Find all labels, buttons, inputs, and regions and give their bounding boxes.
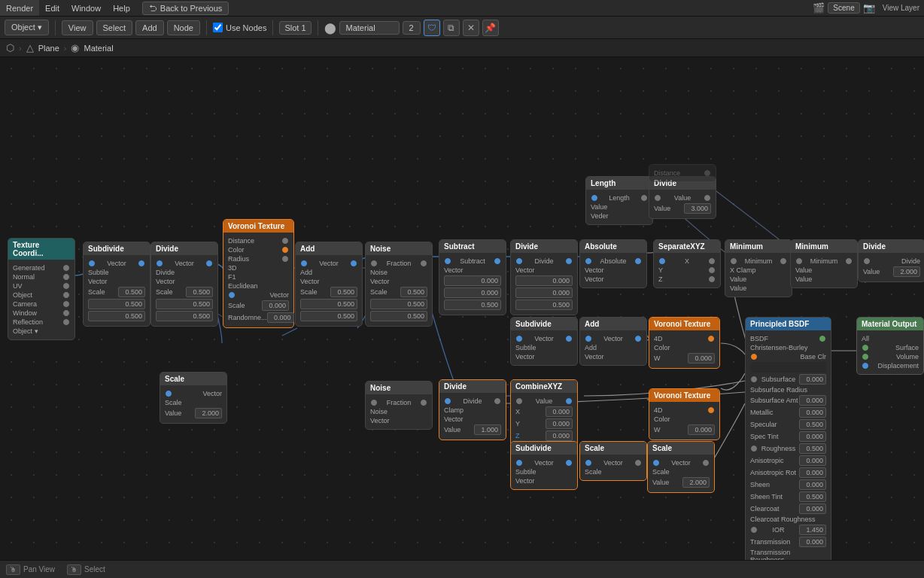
node-row: W0.000 [654,424,715,435]
node-subdivide-3[interactable]: Subdivide Vector Subtile Vector [510,441,578,490]
view-menu[interactable]: View [62,20,93,35]
node-row: Anisotropic Rot0.000 [750,467,826,478]
node-row: Subtract [444,257,501,265]
socket-in [655,195,661,201]
node-principled-bsdf[interactable]: Principled BSDF BSDF Christensen-Burley … [745,317,831,560]
material-delete-icon[interactable]: ✕ [463,20,479,36]
scene-select[interactable]: Scene [828,2,859,14]
node-add-2[interactable]: Add Vector Add Vector [579,317,647,366]
node-scale-2[interactable]: Scale Vector Scale [579,441,647,481]
node-scale-1[interactable]: Scale Vector Scale Value2.000 [160,372,227,424]
node-noise-2[interactable]: Noise Fraction Noise Vector [365,381,433,430]
socket [282,238,288,244]
node-combine-xyz[interactable]: CombineXYZ Value X0.000 Y0.000 Z0.000 [510,379,578,446]
node-body: Vector Scale Value2.000 [648,455,714,492]
back-icon: ⮌ [149,4,157,13]
node-divide-clamp[interactable]: Divide Divide Clamp Vector Value1.000 [439,379,506,440]
socket-out [819,336,825,342]
menu-render[interactable]: Render [0,0,39,16]
node-subtract[interactable]: Subtract Subtract Vector 0.000 0.000 0.5… [439,239,506,315]
node-voronoi-3[interactable]: Voronoi Texture 4D Color W0.000 [649,388,720,440]
node-add-1[interactable]: Add Vector Add Vector Scale0.500 0.500 0… [295,242,363,327]
material-pin-icon[interactable]: 📌 [482,20,499,36]
material-copy-icon[interactable]: ⧉ [443,20,460,36]
node-minimum-2[interactable]: Minimum Minimum Value Value [790,239,858,288]
node-divide-length[interactable]: Divide Value Value3.000 [649,176,716,219]
material-protect-icon[interactable]: 🛡 [424,20,440,36]
use-nodes-check[interactable]: Use Nodes [213,23,266,32]
use-nodes-checkbox[interactable] [213,23,223,32]
node-absolute[interactable]: Absolute Absolute Vector Vector [579,239,647,288]
socket-out [846,258,852,264]
node-header: Noise [366,382,432,394]
node-row: IOR1.450 [750,525,826,535]
node-row: Color [228,246,289,254]
socket-out [138,260,144,266]
node-row: Absolute [585,257,642,265]
add-menu[interactable]: Add [135,20,164,35]
socket-out [708,336,714,342]
socket-in [371,260,377,266]
node-row: Y0.000 [515,418,573,429]
node-header: Principled BSDF [746,318,831,330]
socket-out [708,407,714,413]
object-menu[interactable]: Object ▾ [5,20,49,35]
node-header: Divide [439,380,506,393]
node-row: Randomne...0.000 [228,312,289,323]
node-row: Divide [444,397,501,405]
node-row: Subtile [515,468,573,476]
socket-in [445,258,451,264]
material-count[interactable]: 2 [403,21,421,35]
node-row: Subtile [515,344,573,351]
node-row: Add [300,269,357,276]
menu-edit[interactable]: Edit [39,0,65,16]
node-subdivide-2[interactable]: Subdivide Vector Subtile Vector [510,317,578,366]
node-row: Transmission Roughness [750,549,826,560]
node-row: 0.500 [88,299,145,309]
node-row: X Clamp [730,266,787,274]
node-body: X Y Z [654,253,720,287]
node-body: Vector Scale [580,455,646,480]
socket-in [516,460,522,466]
node-scale-3[interactable]: Scale Vector Scale Value2.000 [647,441,715,493]
node-row: Distance [654,169,711,177]
socket-out [635,460,641,466]
node-divide-2[interactable]: Divide Divide Vector 0.000 0.000 0.500 [510,239,578,315]
socket-in [516,336,522,342]
node-row: Object ▾ [13,327,70,335]
node-voronoi-1[interactable]: Voronoi Texture Distance Color Radius 3D… [223,219,294,328]
node-row: Value [730,275,787,283]
node-material-output[interactable]: Material Output All Surface Volume Displ… [856,317,924,375]
socket-out [206,260,212,266]
node-canvas[interactable]: Texture Coordi... Generated Normal UV Ob… [0,57,924,560]
node-row: Vector [370,278,427,285]
socket-out [421,260,427,266]
toolbar-sep-3 [272,20,273,35]
node-separate-xyz[interactable]: SeparateXYZ X Y Z [653,239,721,288]
node-subdivide-1[interactable]: Subdivide Vector Subtile Vector Scale0.5… [83,242,150,327]
node-divide-1[interactable]: Divide Vector Divide Vector Scale0.500 0… [150,242,218,327]
menu-window[interactable]: Window [65,0,107,16]
material-name[interactable]: Material [339,21,400,35]
node-header: SeparateXYZ [654,240,720,253]
socket-out [641,195,647,201]
node-header: Voronoi Texture [649,318,719,330]
node-menu[interactable]: Node [167,20,200,35]
back-button[interactable]: ⮌ Back to Previous [142,2,229,15]
node-texture-coord[interactable]: Texture Coordi... Generated Normal UV Ob… [8,238,75,340]
node-header: Length [586,177,652,190]
slot-select[interactable]: Slot 1 [279,21,311,35]
node-row: Christensen-Burley [750,344,826,351]
node-length[interactable]: Length Length Value Veder [585,176,653,225]
menu-help[interactable]: Help [107,0,136,16]
select-menu[interactable]: Select [96,20,133,35]
node-noise-1[interactable]: Noise Fraction Noise Vector Scale0.500 0… [365,242,433,327]
socket-in [751,376,757,382]
socket-in [301,260,307,266]
socket-in [653,460,659,466]
node-body: Fraction Noise Vector Scale0.500 0.500 0… [366,255,432,326]
node-voronoi-2[interactable]: Voronoi Texture 4D Color W0.000 [649,317,720,369]
node-divide-3[interactable]: Divide Divide Value2.000 [858,239,924,282]
color-swatch [750,362,826,373]
node-minimum-1[interactable]: Minimum Minimum X Clamp Value Value [725,239,792,297]
